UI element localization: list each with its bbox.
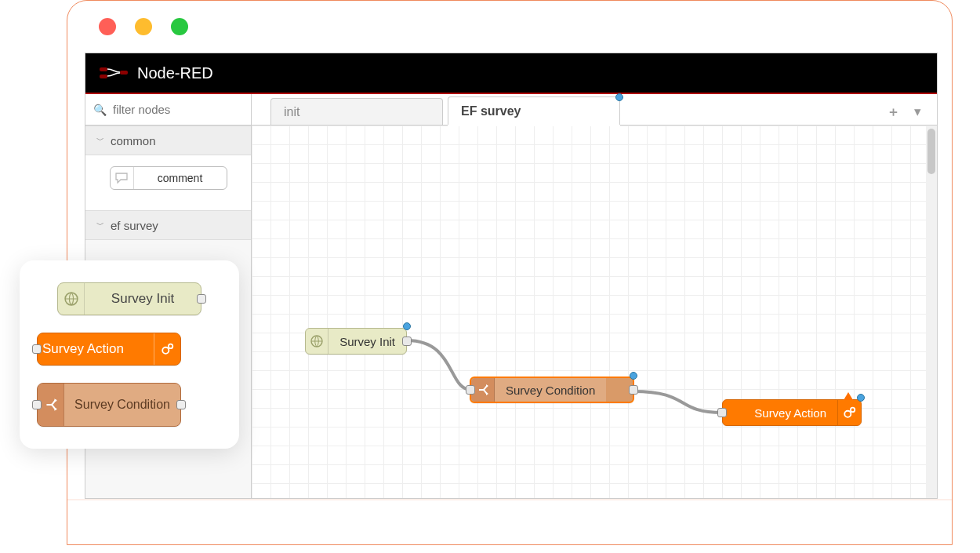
svg-point-4 [844, 411, 851, 417]
error-indicator-icon [844, 392, 853, 400]
scrollbar-thumb[interactable] [927, 129, 935, 174]
wire-init-to-condition [252, 126, 953, 518]
editor: init EF survey ＋ ▾ [252, 94, 937, 498]
palette-node-survey-action[interactable]: Survey Action [37, 333, 181, 366]
palette-node-survey-init[interactable]: Survey Init [57, 282, 201, 315]
palette-category-efsurvey[interactable]: ﹀ ef survey [85, 210, 251, 240]
changed-indicator-icon [857, 394, 865, 402]
node-survey-action[interactable]: Survey Action [722, 399, 862, 426]
search-icon: 🔍 [93, 104, 107, 116]
output-port[interactable] [197, 294, 206, 304]
tab-init[interactable]: init [270, 98, 443, 125]
window-zoom-dot[interactable] [171, 18, 188, 35]
nodered-logo-icon [100, 65, 128, 81]
wire-condition-to-action [252, 126, 953, 518]
palette-node-survey-condition[interactable]: Survey Condition [37, 383, 181, 427]
app-title: Node-RED [137, 64, 213, 82]
node-label: Survey Action [723, 406, 837, 420]
output-port[interactable] [629, 385, 638, 395]
filter-input[interactable] [111, 102, 243, 117]
tab-actions: ＋ ▾ [887, 98, 937, 125]
palette-preview-card: Survey Init Survey Action Survey Conditi… [20, 260, 239, 449]
comment-icon [111, 167, 134, 189]
tab-label: EF survey [461, 104, 521, 118]
svg-rect-1 [100, 75, 107, 78]
unsaved-indicator-icon [615, 93, 623, 101]
svg-rect-0 [100, 67, 107, 71]
tab-label: init [284, 105, 299, 119]
palette-filter[interactable]: 🔍 [85, 94, 251, 126]
window-titlebar [67, 1, 952, 52]
output-port[interactable] [176, 400, 186, 409]
svg-point-7 [162, 347, 169, 354]
palette-category-common[interactable]: ﹀ common [85, 126, 251, 155]
svg-point-5 [850, 408, 854, 412]
node-survey-init[interactable]: Survey Init [305, 328, 407, 355]
globe-icon [58, 283, 85, 315]
divider [67, 499, 952, 500]
window-close-dot[interactable] [99, 18, 116, 35]
window-minimize-dot[interactable] [135, 18, 152, 35]
input-port[interactable] [717, 408, 727, 417]
globe-icon [306, 329, 328, 354]
palette-node-label: comment [134, 172, 227, 184]
palette-category-label: ef survey [111, 219, 158, 232]
node-label: Survey Init [85, 291, 201, 307]
palette-category-label: common [111, 134, 156, 147]
flow-canvas[interactable]: Survey Init Survey Condition [252, 126, 937, 498]
input-port[interactable] [466, 385, 475, 395]
branch-icon [38, 384, 64, 426]
tab-menu-button[interactable]: ▾ [914, 104, 921, 120]
input-port[interactable] [32, 344, 42, 354]
node-label: Survey Action [38, 341, 154, 357]
chevron-down-icon: ﹀ [96, 135, 104, 146]
scrollbar-vertical[interactable] [926, 126, 937, 498]
app-header: Node-RED [85, 53, 937, 94]
svg-point-8 [168, 344, 172, 348]
tab-ef-survey[interactable]: EF survey [448, 96, 620, 125]
svg-rect-2 [120, 71, 128, 75]
output-port[interactable] [402, 337, 412, 346]
input-port[interactable] [32, 400, 42, 409]
node-label: Survey Condition [64, 384, 180, 426]
chevron-down-icon: ﹀ [96, 220, 104, 231]
node-label: Survey Init [328, 335, 406, 348]
node-survey-condition[interactable]: Survey Condition [470, 377, 634, 403]
node-label: Survey Condition [495, 378, 606, 402]
tab-bar: init EF survey ＋ ▾ [252, 94, 937, 126]
palette-node-comment[interactable]: comment [110, 166, 227, 190]
changed-indicator-icon [403, 322, 411, 330]
add-tab-button[interactable]: ＋ [887, 103, 900, 121]
changed-indicator-icon [630, 372, 637, 380]
palette-category-body: comment [85, 155, 251, 210]
gears-icon [154, 333, 180, 365]
gears-icon [837, 400, 861, 425]
